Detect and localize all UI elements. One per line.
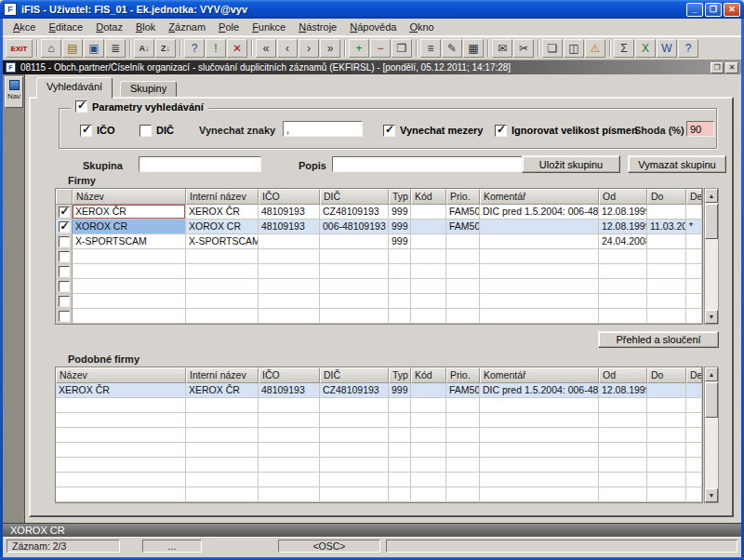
column-header-od[interactable]: Od (599, 189, 647, 205)
table-cell[interactable] (599, 309, 647, 324)
table-cell[interactable]: 006-48109193 (320, 220, 389, 234)
table-cell[interactable]: XEROX ČR (56, 383, 186, 398)
table-cell[interactable] (446, 443, 480, 458)
row-select-checkbox[interactable] (56, 279, 73, 294)
open-folder-icon[interactable]: ▤ (62, 39, 83, 58)
table-cell[interactable] (411, 443, 446, 458)
skip-chars-input[interactable] (283, 121, 363, 137)
table-cell[interactable]: 999 (389, 205, 411, 220)
table-cell[interactable] (389, 398, 411, 413)
match-percent-input[interactable] (686, 121, 714, 137)
table-cell[interactable] (647, 443, 686, 458)
last-record-icon[interactable]: » (320, 39, 340, 58)
table-cell[interactable] (647, 458, 686, 473)
column-header-dic[interactable]: DIČ (320, 367, 389, 383)
dic-checkbox[interactable]: DIČ (140, 123, 174, 138)
similar-table-row[interactable] (56, 458, 702, 473)
table-cell[interactable] (647, 294, 686, 309)
table-cell[interactable]: 999 (389, 220, 411, 234)
similar-scrollbar[interactable] (704, 367, 719, 503)
table-cell[interactable]: 12.08.1999 (599, 220, 647, 234)
table-cell[interactable] (411, 294, 446, 309)
column-header-do[interactable]: Do (647, 189, 686, 205)
table-cell[interactable] (686, 383, 702, 398)
firms-table-row[interactable]: X-SPORTSCAMX-SPORTSCAM99924.04.2008 (56, 234, 702, 249)
column-header-prio-[interactable]: Prio. (446, 189, 480, 205)
table-cell[interactable] (259, 279, 320, 294)
table-cell[interactable] (480, 443, 599, 458)
table-cell[interactable] (686, 443, 702, 458)
export-excel-icon[interactable]: X (635, 39, 656, 58)
table-cell[interactable]: 11.03.2000 (647, 220, 686, 234)
table-cell[interactable]: * (686, 220, 702, 234)
table-cell[interactable] (411, 309, 446, 324)
menu-item-editace[interactable]: Editace (42, 20, 89, 34)
table-cell[interactable] (647, 249, 686, 264)
table-cell[interactable] (647, 487, 686, 502)
column-header-typ[interactable]: Typ (389, 367, 411, 383)
table-cell[interactable]: CZ48109193 (320, 205, 389, 220)
table-cell[interactable] (186, 487, 259, 502)
table-cell[interactable] (599, 473, 647, 487)
ico-checkbox[interactable]: IČO (80, 123, 115, 138)
table-cell[interactable] (73, 309, 186, 324)
table-cell[interactable] (259, 458, 320, 473)
table-cell[interactable] (480, 264, 599, 279)
table-cell[interactable] (56, 487, 186, 502)
document-close-button[interactable]: ✕ (725, 62, 738, 73)
table-cell[interactable] (686, 294, 702, 309)
table-cell[interactable]: 999 (389, 383, 411, 398)
table-cell[interactable] (389, 458, 411, 473)
column-header-nazev[interactable]: Název (73, 189, 186, 205)
table-cell[interactable] (686, 249, 702, 264)
table-cell[interactable] (186, 443, 259, 458)
table-cell[interactable] (446, 398, 480, 413)
table-cell[interactable] (647, 309, 686, 324)
tab-skupiny[interactable]: Skupiny (120, 81, 177, 97)
warning-icon[interactable]: ⚠ (585, 39, 605, 58)
table-cell[interactable] (446, 428, 480, 443)
similar-table-row[interactable] (56, 428, 702, 443)
table-cell[interactable] (56, 398, 186, 413)
table-cell[interactable] (411, 383, 446, 398)
table-cell[interactable]: 48109193 (259, 220, 320, 234)
table-cell[interactable] (686, 264, 702, 279)
column-header-komentar[interactable]: Komentář (480, 189, 599, 205)
table-cell[interactable] (411, 220, 446, 234)
table-cell[interactable] (480, 220, 599, 234)
menu-item-dotaz[interactable]: Dotaz (89, 20, 129, 34)
table-cell[interactable] (647, 234, 686, 249)
table-cell[interactable] (480, 234, 599, 249)
table-cell[interactable] (320, 309, 389, 324)
table-cell[interactable] (411, 234, 446, 249)
table-cell[interactable] (480, 309, 599, 324)
table-cell[interactable] (56, 413, 186, 428)
table-cell[interactable]: 12.08.1999 (599, 383, 647, 398)
table-cell[interactable] (56, 458, 186, 473)
table-cell[interactable]: XEROX ČR (73, 205, 186, 220)
table-cell[interactable] (599, 279, 647, 294)
column-header-dic[interactable]: DIČ (320, 189, 389, 205)
table-cell[interactable] (56, 443, 186, 458)
table-cell[interactable] (686, 458, 702, 473)
table-cell[interactable] (411, 413, 446, 428)
table-cell[interactable] (480, 413, 599, 428)
row-select-checkbox[interactable] (56, 205, 73, 220)
cut-icon[interactable]: ✂ (513, 39, 534, 58)
table-cell[interactable]: DIC pred 1.5.2004: 006-481091 (480, 205, 599, 220)
table-cell[interactable] (411, 264, 446, 279)
table-cell[interactable] (320, 443, 389, 458)
table-cell[interactable] (259, 443, 320, 458)
table-cell[interactable] (73, 264, 186, 279)
table-cell[interactable] (599, 458, 647, 473)
column-header-kod[interactable]: Kód (411, 189, 446, 205)
table-cell[interactable] (73, 249, 186, 264)
table-cell[interactable]: FAM50 (446, 220, 480, 234)
table-cell[interactable]: XEROX ČR (186, 383, 259, 398)
table-cell[interactable] (411, 487, 446, 502)
table-cell[interactable] (480, 294, 599, 309)
table-cell[interactable] (389, 473, 411, 487)
execute-query-icon[interactable]: ! (206, 39, 226, 58)
table-cell[interactable] (480, 473, 599, 487)
table-cell[interactable] (599, 398, 647, 413)
